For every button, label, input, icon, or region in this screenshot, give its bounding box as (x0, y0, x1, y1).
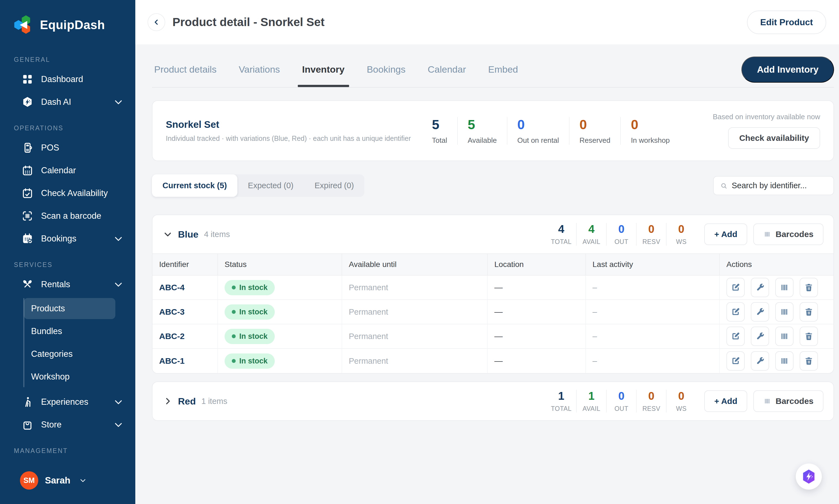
group-stat-resv: 0RESV (636, 223, 666, 246)
cell-available-until: Permanent (342, 324, 487, 348)
group-barcodes-button[interactable]: Barcodes (753, 223, 823, 245)
search-input[interactable] (732, 181, 827, 190)
sidebar-item-check-availability[interactable]: Check Availability (0, 182, 135, 204)
tab-variations[interactable]: Variations (236, 57, 282, 87)
status-badge: In stock (225, 304, 275, 320)
workshop-item-button[interactable] (751, 302, 769, 322)
tab-bookings[interactable]: Bookings (364, 57, 408, 87)
workshop-item-button[interactable] (751, 278, 769, 297)
sidebar-item-label: Dashboard (41, 74, 83, 84)
summary-stats: 5 Total 5 Available 0 Out on rental 0 Re… (422, 117, 680, 145)
sidebar-item-dashboard[interactable]: Dashboard (0, 68, 135, 91)
stock-tab-current[interactable]: Current stock (5) (152, 174, 237, 197)
sidebar-item-label: POS (41, 143, 59, 153)
app-logo-icon (13, 14, 34, 35)
app-logo: EquipDash (0, 0, 135, 45)
group-header-blue[interactable]: Blue 4 items 4TOTAL 4AVAIL 0OUT 0RESV 0W… (153, 215, 834, 253)
group-add-button[interactable]: + Add (704, 390, 747, 412)
tab-embed[interactable]: Embed (486, 57, 520, 87)
sidebar-item-label: Calendar (41, 165, 76, 176)
chevron-right-icon[interactable] (162, 396, 173, 407)
stock-tab-expected[interactable]: Expected (0) (237, 174, 304, 197)
stock-tab-expired[interactable]: Expired (0) (304, 174, 364, 197)
barcode-item-button[interactable] (775, 278, 793, 297)
wrench-icon (755, 307, 765, 317)
stat-out-value: 0 (517, 117, 559, 132)
cell-status: In stock (217, 300, 342, 324)
cell-last-activity: – (585, 275, 719, 300)
delete-item-button[interactable] (800, 351, 818, 371)
hiker-icon (22, 396, 33, 408)
sidebar-subitem-categories[interactable]: Categories (24, 343, 115, 364)
sidebar-subitem-workshop[interactable]: Workshop (24, 366, 115, 387)
group-count: 4 items (204, 230, 230, 239)
inventory-table-header: Identifier Status Available until Locati… (153, 253, 834, 275)
sidebar-item-scan-barcode[interactable]: Scan a barcode (0, 204, 135, 227)
shopping-bag-icon (22, 419, 33, 431)
group-stat-total: 4TOTAL (546, 223, 576, 246)
cell-last-activity: – (585, 349, 719, 373)
col-identifier: Identifier (153, 254, 217, 275)
sidebar-item-dash-ai[interactable]: Dash AI (0, 91, 135, 113)
search-box (713, 176, 834, 195)
edit-item-button[interactable] (727, 351, 745, 371)
group-header-red[interactable]: Red 1 items 1TOTAL 1AVAIL 0OUT 0RESV 0WS… (153, 382, 834, 420)
sidebar-item-rentals[interactable]: Rentals (0, 273, 135, 296)
cell-location: — (487, 275, 585, 300)
tab-product-details[interactable]: Product details (152, 57, 219, 87)
table-row: ABC-1 In stock Permanent — – (153, 349, 834, 373)
row-actions (727, 327, 818, 346)
workshop-item-button[interactable] (751, 351, 769, 371)
add-inventory-button[interactable]: Add Inventory (742, 57, 834, 83)
delete-item-button[interactable] (800, 278, 818, 297)
sidebar-item-store[interactable]: Store (0, 413, 135, 436)
barcode-item-button[interactable] (775, 302, 793, 322)
group-stat-resv: 0RESV (636, 390, 666, 413)
assistant-fab[interactable] (796, 464, 822, 490)
table-row: ABC-2 In stock Permanent — – (153, 324, 834, 349)
group-stat-avail: 4AVAIL (576, 223, 606, 246)
workshop-item-button[interactable] (751, 327, 769, 346)
chevron-down-icon[interactable] (162, 229, 173, 239)
trash-icon (804, 283, 814, 292)
group-barcodes-button[interactable]: Barcodes (753, 390, 823, 412)
cell-identifier: ABC-2 (153, 324, 217, 348)
cell-status: In stock (217, 324, 342, 348)
sidebar-subitem-bundles[interactable]: Bundles (24, 321, 115, 342)
edit-item-button[interactable] (727, 302, 745, 322)
chevron-down-icon (112, 96, 124, 108)
sidebar-item-bookings[interactable]: Bookings (0, 227, 135, 250)
user-menu[interactable]: SM Sarah (0, 462, 135, 504)
delete-item-button[interactable] (800, 302, 818, 322)
tab-inventory[interactable]: Inventory (300, 57, 347, 87)
cell-status: In stock (217, 275, 342, 300)
group-name: Blue (178, 229, 198, 240)
availability-note: Based on inventory available now (713, 112, 820, 121)
delete-item-button[interactable] (800, 327, 818, 346)
edit-item-button[interactable] (727, 327, 745, 346)
sidebar-item-label: Bookings (41, 234, 76, 244)
barcode-item-button[interactable] (775, 351, 793, 371)
back-button[interactable] (147, 13, 165, 31)
group-stats: 1TOTAL 1AVAIL 0OUT 0RESV 0WS (546, 390, 696, 413)
sidebar-item-calendar[interactable]: Calendar (0, 159, 135, 182)
chevron-left-icon (152, 18, 161, 26)
hexagon-bolt-icon (801, 469, 817, 485)
group-count: 1 items (201, 397, 227, 406)
status-badge: In stock (225, 329, 275, 344)
variation-group-blue: Blue 4 items 4TOTAL 4AVAIL 0OUT 0RESV 0W… (152, 215, 834, 374)
content-area: Product details Variations Inventory Boo… (135, 44, 839, 504)
app-root: EquipDash GENERAL Dashboard Dash AI OPER… (0, 0, 839, 504)
group-add-button[interactable]: + Add (704, 223, 747, 245)
edit-item-button[interactable] (727, 278, 745, 297)
check-availability-button[interactable]: Check availability (728, 127, 820, 149)
sidebar-item-experiences[interactable]: Experiences (0, 391, 135, 413)
wrench-icon (755, 356, 765, 366)
tab-calendar[interactable]: Calendar (426, 57, 468, 87)
stat-total-value: 5 (432, 117, 447, 132)
edit-product-button[interactable]: Edit Product (747, 11, 826, 34)
barcode-item-button[interactable] (775, 327, 793, 346)
pos-terminal-icon (22, 142, 33, 154)
sidebar-item-pos[interactable]: POS (0, 137, 135, 159)
sidebar-subitem-products[interactable]: Products (24, 298, 115, 319)
